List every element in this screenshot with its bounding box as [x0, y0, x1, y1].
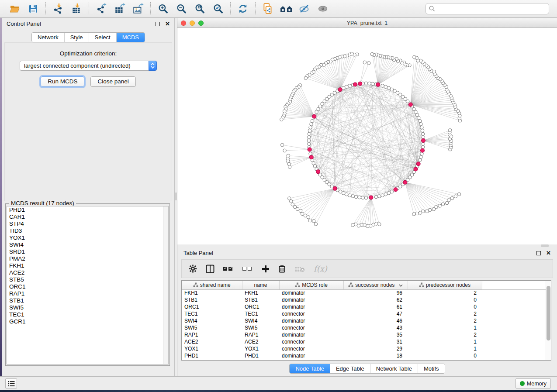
column-header-successor-nodes[interactable]: successor nodes: [343, 281, 408, 289]
mcds-result-item[interactable]: STP4: [7, 220, 168, 227]
table-row[interactable]: YOX1YOX1connector291: [182, 345, 547, 352]
table-row[interactable]: SWI5SWI5connector431: [182, 324, 547, 331]
table-cell[interactable]: [482, 296, 547, 303]
copy-network-button[interactable]: [260, 2, 276, 16]
table-cell[interactable]: dominator: [279, 317, 343, 324]
export-table-button[interactable]: [112, 2, 128, 16]
table-row[interactable]: TEC1TEC1connector472: [182, 310, 547, 317]
tab-network-table[interactable]: Network Table: [370, 364, 418, 373]
save-session-button[interactable]: [25, 2, 41, 16]
table-cell[interactable]: dominator: [279, 352, 343, 359]
table-cell[interactable]: ACE2: [182, 338, 242, 345]
mcds-result-item[interactable]: CAR1: [7, 213, 168, 220]
mcds-result-item[interactable]: PMA2: [7, 255, 168, 262]
run-mcds-button[interactable]: Run MCDS: [41, 76, 84, 87]
table-cell[interactable]: 0: [408, 303, 482, 310]
zoom-fit-button[interactable]: [192, 2, 208, 16]
export-image-button[interactable]: [130, 2, 146, 16]
table-cell[interactable]: RAP1: [182, 331, 242, 338]
table-cell[interactable]: [482, 303, 547, 310]
table-row[interactable]: PHD1PHD1dominator180: [182, 352, 547, 359]
mcds-result-item[interactable]: TID3: [7, 227, 168, 234]
table-cell[interactable]: [482, 331, 547, 338]
close-panel-icon[interactable]: ✕: [165, 22, 170, 26]
table-cell[interactable]: 2: [408, 289, 482, 296]
refresh-button[interactable]: [235, 2, 251, 16]
show-graphics-details-button[interactable]: [315, 2, 331, 16]
table-cell[interactable]: connector: [279, 345, 343, 352]
table-cell[interactable]: [482, 338, 547, 345]
table-cell[interactable]: SWI4: [242, 317, 279, 324]
deselect-all-columns-button[interactable]: [242, 267, 253, 271]
table-cell[interactable]: 35: [343, 331, 408, 338]
close-panel-icon[interactable]: ✕: [546, 251, 551, 255]
table-cell[interactable]: PHD1: [242, 352, 279, 359]
mcds-result-item[interactable]: ACE2: [7, 269, 168, 276]
table-cell[interactable]: FKH1: [242, 289, 279, 296]
mcds-result-item[interactable]: YOX1: [7, 234, 168, 241]
table-cell[interactable]: connector: [279, 338, 343, 345]
table-scrollbar-thumb[interactable]: [547, 286, 550, 340]
mcds-result-item[interactable]: FKH1: [7, 262, 168, 269]
table-cell[interactable]: PHD1: [182, 352, 242, 359]
tab-edge-table[interactable]: Edge Table: [330, 364, 370, 373]
table-cell[interactable]: 29: [343, 345, 408, 352]
table-row[interactable]: SWI4SWI4dominator462: [182, 317, 547, 324]
zoom-out-button[interactable]: [173, 2, 189, 16]
table-cell[interactable]: 47: [343, 310, 408, 317]
mcds-result-item[interactable]: ORC1: [7, 283, 168, 290]
mcds-result-item[interactable]: SWI4: [7, 241, 168, 248]
mcds-result-item[interactable]: SRD1: [7, 248, 168, 255]
select-all-columns-button[interactable]: [223, 267, 234, 271]
table-settings-button[interactable]: [189, 265, 197, 273]
table-cell[interactable]: 2: [408, 317, 482, 324]
column-header-name[interactable]: name: [242, 281, 279, 289]
table-cell[interactable]: ACE2: [242, 338, 279, 345]
mcds-result-item[interactable]: TEC1: [7, 311, 168, 318]
mcds-result-item[interactable]: SWI5: [7, 304, 168, 311]
table-cell[interactable]: 2: [408, 331, 482, 338]
tab-mcds[interactable]: MCDS: [116, 33, 145, 42]
zoom-selected-button[interactable]: [210, 2, 226, 16]
import-table-button[interactable]: [69, 2, 84, 16]
table-row[interactable]: RAP1RAP1dominator352: [182, 331, 547, 338]
tab-motifs[interactable]: Motifs: [418, 364, 445, 373]
table-cell[interactable]: STB1: [242, 296, 279, 303]
delete-column-button[interactable]: [278, 265, 286, 273]
hide-graphics-details-button[interactable]: [297, 2, 312, 16]
table-cell[interactable]: [482, 289, 547, 296]
table-cell[interactable]: 62: [343, 296, 408, 303]
table-cell[interactable]: 31: [343, 338, 408, 345]
criterion-select[interactable]: largest connected component (undirected): [20, 61, 157, 71]
table-cell[interactable]: 1: [408, 345, 482, 352]
table-cell[interactable]: RAP1: [242, 331, 279, 338]
close-panel-button[interactable]: Close panel: [90, 76, 135, 87]
table-cell[interactable]: YOX1: [242, 345, 279, 352]
table-cell[interactable]: 0: [408, 352, 482, 359]
mcds-result-item[interactable]: GCR1: [7, 318, 168, 325]
table-cell[interactable]: 43: [343, 324, 408, 331]
tab-select[interactable]: Select: [89, 33, 116, 42]
table-cell[interactable]: dominator: [279, 331, 343, 338]
function-builder-button[interactable]: f(x): [314, 264, 327, 273]
task-history-button[interactable]: [5, 378, 17, 389]
table-row[interactable]: ACE2ACE2connector311: [182, 338, 547, 345]
mcds-result-list[interactable]: PHD1CAR1STP4TID3YOX1SWI4SRD1PMA2FKH1ACE2…: [7, 206, 169, 364]
table-cell[interactable]: YOX1: [182, 345, 242, 352]
table-cell[interactable]: ORC1: [182, 303, 242, 310]
memory-button[interactable]: Memory: [515, 378, 551, 389]
table-cell[interactable]: dominator: [279, 289, 343, 296]
mcds-list-scrollbar[interactable]: [163, 206, 168, 364]
table-cell[interactable]: [482, 345, 547, 352]
mcds-result-item[interactable]: STB1: [7, 297, 168, 304]
table-cell[interactable]: 46: [343, 317, 408, 324]
table-cell[interactable]: TEC1: [182, 310, 242, 317]
table-cell[interactable]: 61: [343, 303, 408, 310]
table-cell[interactable]: TEC1: [242, 310, 279, 317]
table-scrollbar[interactable]: [546, 281, 551, 360]
import-network-button[interactable]: [50, 2, 66, 16]
destroy-table-button[interactable]: [294, 265, 305, 272]
add-column-button[interactable]: [262, 265, 270, 273]
zoom-in-button[interactable]: [155, 2, 171, 16]
table-cell[interactable]: connector: [279, 324, 343, 331]
